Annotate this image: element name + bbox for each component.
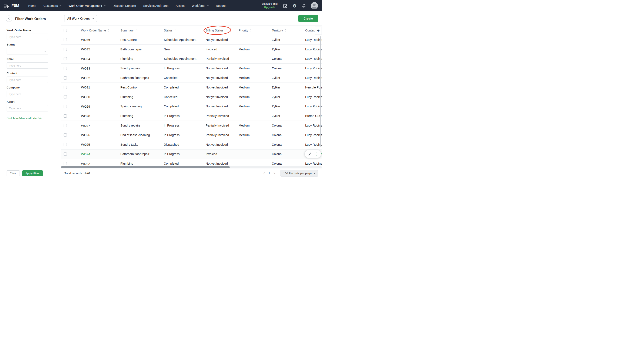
horizontal-scrollbar-thumb[interactable] (61, 166, 230, 168)
brand[interactable]: FSM (4, 4, 19, 8)
table-row[interactable]: WO30PlumbingCancelledNot yet InvoicedMed… (61, 92, 322, 102)
work-order-name[interactable]: WO28 (81, 114, 120, 118)
view-selector[interactable]: All Work Orders (64, 15, 97, 22)
table-row[interactable]: WO34PlumbingScheduled AppointmentPartial… (61, 54, 322, 64)
contact-cell[interactable]: Lucy Robins (305, 124, 322, 127)
nav-item-services-and-parts[interactable]: Services And Parts (140, 0, 172, 11)
avatar[interactable] (311, 2, 318, 9)
more-options-icon[interactable] (313, 152, 319, 156)
table-row[interactable]: WO36Pest ControlScheduled AppointmentNot… (61, 35, 322, 45)
work-order-name[interactable]: WO36 (81, 38, 120, 42)
table-row[interactable]: WO28PlumbingIn ProgressPartially Invoice… (61, 111, 322, 121)
contact-cell[interactable]: Lucy Robins (305, 76, 322, 80)
row-checkbox[interactable] (64, 133, 67, 136)
sort-icon[interactable] (174, 29, 176, 32)
select-all-checkbox[interactable] (64, 29, 67, 32)
edit-icon[interactable] (307, 152, 312, 156)
table-row[interactable]: WO27Sundry repairsIn ProgressPartially I… (61, 121, 322, 130)
upgrade-link[interactable]: Upgrade (262, 6, 278, 9)
contact-cell[interactable]: Lucy Robins (305, 133, 322, 137)
column-header-territory[interactable]: Territory (272, 29, 305, 32)
nav-item-workforce[interactable]: Workforce (188, 0, 212, 11)
work-order-name[interactable]: WO31 (81, 86, 120, 89)
row-checkbox[interactable] (64, 124, 67, 127)
bell-icon[interactable] (301, 3, 306, 8)
table-row[interactable]: WO35Bathroom repairNewInvoicedMediumZylk… (61, 45, 322, 54)
sort-icon[interactable] (225, 29, 227, 32)
sort-icon[interactable] (135, 29, 137, 32)
row-checkbox[interactable] (64, 86, 67, 89)
email-input[interactable] (6, 62, 48, 69)
contact-cell[interactable]: Lucy Robins (305, 48, 322, 51)
add-column-button[interactable]: + (315, 26, 322, 34)
column-header-work-order-name[interactable]: Work Order Name (81, 29, 120, 32)
sort-icon[interactable] (108, 29, 109, 32)
compose-icon[interactable] (283, 3, 288, 8)
table-row[interactable]: WO29Spring cleaningCompletedNot yet Invo… (61, 102, 322, 112)
nav-item-reports[interactable]: Reports (212, 0, 230, 11)
back-button[interactable] (6, 16, 12, 22)
row-checkbox[interactable] (64, 95, 67, 98)
row-checkbox[interactable] (64, 76, 67, 80)
asset-input[interactable] (6, 105, 48, 112)
column-header-status[interactable]: Status (164, 29, 206, 32)
work-order-name[interactable]: WO32 (81, 76, 120, 80)
column-header-priority[interactable]: Priority (239, 29, 272, 32)
contact-input[interactable] (6, 76, 48, 83)
work-order-name[interactable]: WO26 (81, 133, 120, 137)
work-order-name[interactable]: WO35 (81, 48, 120, 51)
row-checkbox[interactable] (64, 152, 67, 156)
gear-icon[interactable]: ⚙ (292, 3, 297, 8)
row-checkbox[interactable] (64, 114, 67, 118)
table-row[interactable]: WO33Sundry repairsIn ProgressNot yet Inv… (61, 64, 322, 73)
contact-cell[interactable]: Hercule Poirot (305, 86, 322, 89)
nav-item-work-order-management[interactable]: Work Order Management (65, 0, 109, 11)
work-order-name[interactable]: WO22 (81, 162, 120, 166)
row-checkbox[interactable] (64, 38, 67, 41)
apply-filter-button[interactable]: Apply Filter (22, 170, 43, 176)
clear-button[interactable]: Clear (6, 170, 20, 176)
table-row[interactable]: WO25Sundry tasksDispatchedNot yet Invoic… (61, 140, 322, 150)
work-order-name[interactable]: WO27 (81, 124, 120, 128)
work-order-name[interactable]: WO30 (81, 95, 120, 99)
table-row[interactable]: WO31Pest ControlCompletedNot yet Invoice… (61, 83, 322, 92)
row-checkbox[interactable] (64, 48, 67, 51)
nav-item-home[interactable]: Home (25, 0, 40, 11)
table-row[interactable]: WO24Bathroom floor repairIn ProgressInvo… (61, 150, 322, 159)
contact-cell[interactable]: Lucy Robins (305, 143, 322, 146)
next-page-icon[interactable]: › (272, 171, 276, 176)
contact-cell[interactable]: Lucy Robins (305, 57, 322, 60)
work-order-name[interactable]: WO29 (81, 105, 120, 108)
company-input[interactable] (6, 91, 48, 97)
row-checkbox[interactable] (64, 162, 67, 165)
row-checkbox[interactable] (64, 105, 67, 108)
advanced-filter-link[interactable]: Switch to Advanced Filter >> (6, 116, 42, 120)
column-header-billing-status[interactable]: Billing Status (206, 29, 239, 32)
column-header-summary[interactable]: Summary (120, 29, 164, 32)
nav-item-dispatch-console[interactable]: Dispatch Console (109, 0, 140, 11)
create-button[interactable]: Create (298, 15, 318, 22)
work-order-name[interactable]: WO33 (81, 66, 120, 70)
contact-cell[interactable]: Lucy Robins (305, 66, 322, 70)
row-checkbox[interactable] (64, 67, 67, 70)
sort-icon[interactable] (284, 29, 286, 32)
work-order-name-input[interactable] (6, 34, 48, 40)
table-row[interactable]: WO26End of lease cleaningIn ProgressPart… (61, 130, 322, 140)
table-row[interactable]: WO32Bathroom floor repairCancelledNot ye… (61, 73, 322, 83)
row-checkbox[interactable] (64, 57, 67, 60)
records-per-page-select[interactable]: 100 Records per page (280, 170, 318, 176)
work-order-name[interactable]: WO25 (81, 143, 120, 146)
contact-cell[interactable]: Lucy Robins (305, 95, 322, 99)
contact-cell[interactable]: Lucy Robins (305, 38, 322, 42)
row-checkbox[interactable] (64, 143, 67, 146)
contact-cell[interactable]: Lucy Robins (305, 162, 322, 165)
nav-item-customers[interactable]: Customers (40, 0, 65, 11)
nav-item-assets[interactable]: Assets (172, 0, 188, 11)
sort-icon[interactable] (250, 29, 252, 32)
work-order-name[interactable]: WO24 (81, 152, 120, 156)
prev-page-icon[interactable]: ‹ (262, 171, 266, 176)
contact-cell[interactable]: Burton Guster (305, 114, 322, 118)
vertical-scrollbar-thumb[interactable] (320, 36, 321, 147)
work-order-name[interactable]: WO34 (81, 57, 120, 60)
status-select[interactable] (6, 48, 48, 54)
